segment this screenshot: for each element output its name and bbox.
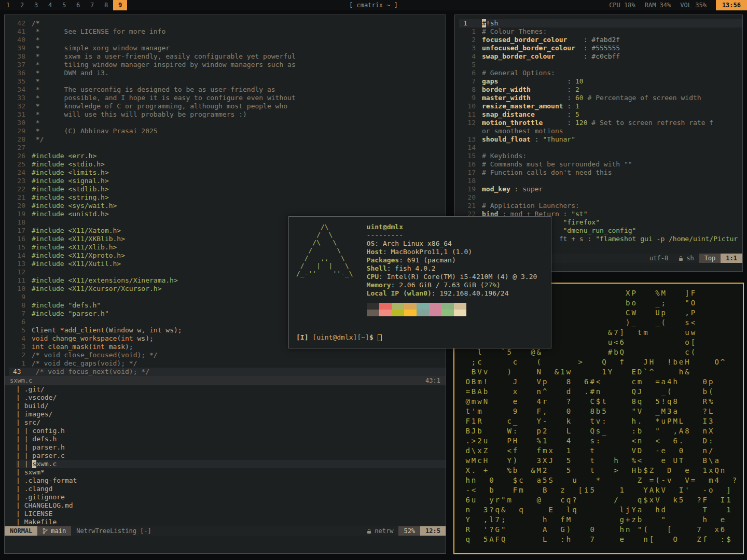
fetch-info-line: uint@dmlx — [367, 223, 537, 231]
tree-item[interactable]: | | sxwm.c — [16, 460, 446, 468]
code-line[interactable]: 21#include <string.h> — [9, 193, 446, 202]
code-line[interactable]: 43 /* void focus_next(void); */ — [9, 368, 446, 376]
palette-swatch — [379, 310, 392, 316]
git-branch-icon — [43, 528, 48, 534]
matrix-row: BJb W: p2 L Qs_ :b " ,A8 nX — [460, 427, 738, 437]
workspace-button[interactable]: 1 — [1, 0, 15, 10]
code-line[interactable]: 42/* — [9, 19, 446, 27]
config-line[interactable]: 1# Colour Themes: — [459, 27, 742, 36]
code-line[interactable]: 23#include <signal.h> — [9, 177, 446, 185]
code-line[interactable]: 2/* void close_focused(void); */ — [9, 351, 446, 359]
code-line[interactable]: 28 */ — [9, 135, 446, 144]
code-line[interactable]: 20#include <sys/wait.h> — [9, 202, 446, 210]
tree-item[interactable]: | | parser.c — [16, 452, 446, 460]
config-line[interactable]: 19mod_key : super — [459, 185, 742, 193]
code-line[interactable]: 33 * possible, and I hope it is easy to … — [9, 94, 446, 102]
code-line[interactable]: 41 * See LICENSE for more info — [9, 27, 446, 36]
lock-icon — [679, 256, 683, 261]
tree-item[interactable]: | src/ — [16, 418, 446, 427]
config-line[interactable]: 1#!sh — [459, 19, 742, 27]
config-line[interactable]: 17# Function calls don't need this — [459, 169, 742, 177]
workspace-button[interactable]: 6 — [71, 0, 85, 10]
workspace-button[interactable]: 9 — [113, 0, 127, 10]
buffer-filename: sxwm.c — [10, 377, 32, 384]
logo-line: / \ — [296, 246, 353, 254]
config-line[interactable]: 9master_width : 60 # Percentage of scree… — [459, 94, 742, 102]
code-line[interactable]: 37 * tiling window manager inspired by w… — [9, 61, 446, 69]
buffer-name: NetrwTreeListing [-] — [71, 526, 157, 536]
config-line[interactable]: 20 — [459, 193, 742, 202]
code-line[interactable]: 25#include <stdio.h> — [9, 160, 446, 169]
config-line[interactable]: 3unfocused_border_colour : #555555 — [459, 44, 742, 52]
matrix-row: .>2u PH %1 4 s: <n < 6. D: — [460, 437, 738, 446]
config-line[interactable]: 5 — [459, 61, 742, 69]
workspace-button[interactable]: 7 — [85, 0, 99, 10]
code-line[interactable]: 32 * knowledge of C or programming, alth… — [9, 102, 446, 110]
config-line[interactable]: 2focused_border_colour : #fabd2f — [459, 36, 742, 44]
workspace-button[interactable]: 2 — [15, 0, 29, 10]
palette-swatch — [379, 303, 392, 310]
code-line[interactable]: 35 * — [9, 77, 446, 86]
workspace-button[interactable]: 8 — [99, 0, 113, 10]
code-line[interactable]: 29 * (C) Abhinav Prasai 2025 — [9, 127, 446, 135]
tree-item[interactable]: | | defs.h — [16, 435, 446, 443]
fetch-info-line: OS: Arch Linux x86_64 — [367, 240, 537, 248]
code-line[interactable]: 24#include <limits.h> — [9, 169, 446, 177]
config-line[interactable]: 18 — [459, 177, 742, 185]
tree-item[interactable]: | | parser.h — [16, 443, 446, 452]
config-line[interactable]: 6# General Options: — [459, 69, 742, 77]
tree-item[interactable]: | LICENSE — [16, 510, 446, 518]
config-line[interactable]: 8border_width : 2 — [459, 86, 742, 94]
config-line[interactable]: 4swap_border_colour : #c0cbff — [459, 52, 742, 61]
prompt-line[interactable]: [I] [uint@dmlx][~]$ — [296, 333, 544, 342]
tree-item[interactable]: | | config.h — [16, 427, 446, 435]
workspace-button[interactable]: 4 — [43, 0, 57, 10]
encoding-indicator: utf-8 — [644, 254, 673, 263]
code-line[interactable]: 30 * — [9, 119, 446, 127]
tree-item[interactable]: | .clangd — [16, 485, 446, 493]
tree-item[interactable]: | .clang-format — [16, 477, 446, 485]
matrix-row: hn 0 $c a5S u * Z =(-v V= m4 ? — [460, 476, 738, 486]
code-line[interactable]: 22#include <stdlib.h> — [9, 185, 446, 193]
matrix-row: -< b Fm B z [i5 1 YAkV I' -o ] — [460, 486, 738, 496]
code-line[interactable]: 1/* void dec_gaps(void); */ — [9, 359, 446, 368]
config-line[interactable]: 13should_float : "Thunar" — [459, 135, 742, 144]
config-line[interactable]: 14 — [459, 144, 742, 152]
palette-swatch — [454, 303, 466, 310]
config-line[interactable]: or smoothest motions — [459, 127, 742, 135]
code-line[interactable]: 40 * — [9, 36, 446, 44]
tree-item[interactable]: | Makefile — [16, 518, 446, 526]
config-line[interactable]: 15# Keybinds: — [459, 152, 742, 160]
config-line[interactable]: 11snap_distance : 5 — [459, 110, 742, 119]
tree-item[interactable]: | .git/ — [16, 385, 446, 394]
config-line[interactable]: 21# Application Launchers: — [459, 202, 742, 210]
tree-item[interactable]: | images/ — [16, 410, 446, 418]
code-line[interactable]: 31 * will use this will probably be prog… — [9, 110, 446, 119]
tree-item[interactable]: | .gitignore — [16, 493, 446, 501]
code-line[interactable]: 27 — [9, 144, 446, 152]
logo-line: /\ \ — [296, 239, 353, 246]
fetch-info-lines: uint@dmlx---------OS: Arch Linux x86_64H… — [367, 223, 537, 298]
tree-item[interactable]: | .vscode/ — [16, 394, 446, 402]
tree-item[interactable]: | sxwm* — [16, 468, 446, 477]
code-line[interactable]: 36 * DWM and i3. — [9, 69, 446, 77]
palette-swatch — [392, 303, 404, 310]
shell-prompt[interactable]: [I] [uint@dmlx][~]$ — [296, 333, 544, 342]
matrix-row: R '?G" A G) 0 hn "( [ 7 x6 — [460, 525, 738, 535]
workspace-button[interactable]: 3 — [29, 0, 43, 10]
code-line[interactable]: 34 * The userconfig is designed to be as… — [9, 86, 446, 94]
git-branch: main — [37, 526, 71, 536]
config-line[interactable]: 10resize_master_amount : 1 — [459, 102, 742, 110]
tree-item[interactable]: | build/ — [16, 402, 446, 410]
tree-item[interactable]: | CHANGELOG.md — [16, 501, 446, 510]
terminal-palette-row1 — [367, 303, 537, 310]
code-line[interactable]: 38 * sxwm is a user-friendly, easily con… — [9, 52, 446, 61]
code-line[interactable]: 39 * simple xorg window manager — [9, 44, 446, 52]
workspace-button[interactable]: 5 — [57, 0, 71, 10]
config-line[interactable]: 7gaps : 10 — [459, 77, 742, 86]
matrix-row: l `5 @& #bQ c( — [460, 348, 738, 358]
config-line[interactable]: 12motion_throttle : 120 # Set to screen … — [459, 119, 742, 127]
code-line[interactable]: 26#include <err.h> — [9, 152, 446, 160]
lock-icon — [367, 528, 371, 534]
config-line[interactable]: 16# Commands must be surrounded with "" — [459, 160, 742, 169]
